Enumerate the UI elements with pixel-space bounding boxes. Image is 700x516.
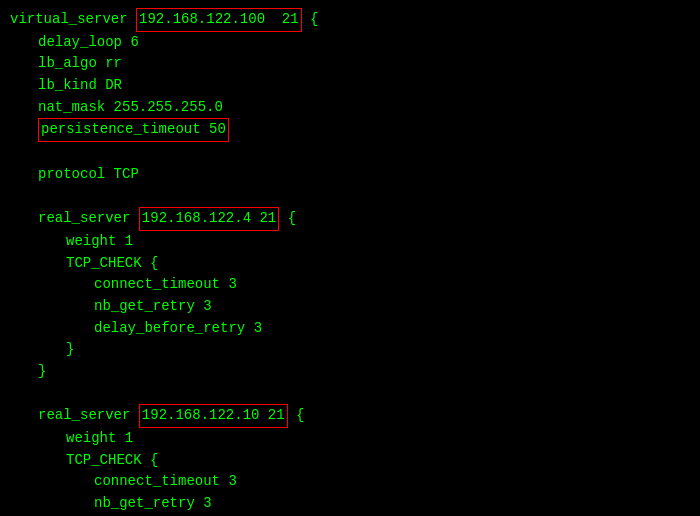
real-server-1-keyword: real_server bbox=[38, 208, 130, 230]
rs1-tcpcheck-line: TCP_CHECK { bbox=[10, 253, 690, 275]
delay-loop-line: delay_loop 6 bbox=[10, 32, 690, 54]
real-server-1-line: real_server 192.168.122.4 21 { bbox=[10, 207, 690, 231]
rs1-inner-close-brace: } bbox=[10, 339, 690, 361]
empty-line-3 bbox=[10, 383, 690, 405]
rs2-nb-get-retry-line: nb_get_retry 3 bbox=[10, 493, 690, 515]
real-server-1-brace: { bbox=[279, 208, 296, 230]
empty-line-1 bbox=[10, 142, 690, 164]
rs1-delay-before-retry-text: delay_before_retry 3 bbox=[94, 318, 262, 340]
rs2-tcpcheck-text: TCP_CHECK { bbox=[66, 450, 158, 472]
rs1-inner-brace-text: } bbox=[66, 339, 74, 361]
lb-algo-line: lb_algo rr bbox=[10, 53, 690, 75]
nat-mask-line: nat_mask 255.255.255.0 bbox=[10, 97, 690, 119]
rs1-connect-timeout-text: connect_timeout 3 bbox=[94, 274, 237, 296]
real-server-2-ip-highlight: 192.168.122.10 21 bbox=[139, 404, 288, 428]
code-block: virtual_server 192.168.122.100 21 { dela… bbox=[10, 8, 690, 516]
persistence-timeout-line: persistence_timeout 50 bbox=[10, 118, 690, 142]
empty-line-2 bbox=[10, 186, 690, 208]
real-server-1-ip-highlight: 192.168.122.4 21 bbox=[139, 207, 279, 231]
rs1-outer-close-brace: } bbox=[10, 361, 690, 383]
rs1-nb-get-retry-line: nb_get_retry 3 bbox=[10, 296, 690, 318]
protocol-line: protocol TCP bbox=[10, 164, 690, 186]
lb-kind-line: lb_kind DR bbox=[10, 75, 690, 97]
rs1-weight-text: weight 1 bbox=[66, 231, 133, 253]
virtual-server-brace: { bbox=[302, 9, 319, 31]
rs2-connect-timeout-text: connect_timeout 3 bbox=[94, 471, 237, 493]
virtual-server-keyword: virtual_server bbox=[10, 9, 128, 31]
rs2-weight-text: weight 1 bbox=[66, 428, 133, 450]
rs2-nb-get-retry-text: nb_get_retry 3 bbox=[94, 493, 212, 515]
rs1-connect-timeout-line: connect_timeout 3 bbox=[10, 274, 690, 296]
rs2-weight-line: weight 1 bbox=[10, 428, 690, 450]
real-server-2-keyword: real_server bbox=[38, 405, 130, 427]
persistence-timeout-highlight: persistence_timeout 50 bbox=[38, 118, 229, 142]
virtual-server-ip-highlight: 192.168.122.100 21 bbox=[136, 8, 302, 32]
virtual-server-line: virtual_server 192.168.122.100 21 { bbox=[10, 8, 690, 32]
rs1-tcpcheck-text: TCP_CHECK { bbox=[66, 253, 158, 275]
real-server-2-line: real_server 192.168.122.10 21 { bbox=[10, 404, 690, 428]
protocol-text: protocol TCP bbox=[38, 164, 139, 186]
rs1-outer-brace-text: } bbox=[38, 361, 46, 383]
rs1-delay-before-retry-line: delay_before_retry 3 bbox=[10, 318, 690, 340]
nat-mask-text: nat_mask 255.255.255.0 bbox=[38, 97, 223, 119]
lb-kind-text: lb_kind DR bbox=[38, 75, 122, 97]
lb-algo-text: lb_algo rr bbox=[38, 53, 122, 75]
rs2-tcpcheck-line: TCP_CHECK { bbox=[10, 450, 690, 472]
rs2-connect-timeout-line: connect_timeout 3 bbox=[10, 471, 690, 493]
rs1-weight-line: weight 1 bbox=[10, 231, 690, 253]
real-server-2-brace: { bbox=[288, 405, 305, 427]
delay-loop-text: delay_loop 6 bbox=[38, 32, 139, 54]
rs1-nb-get-retry-text: nb_get_retry 3 bbox=[94, 296, 212, 318]
